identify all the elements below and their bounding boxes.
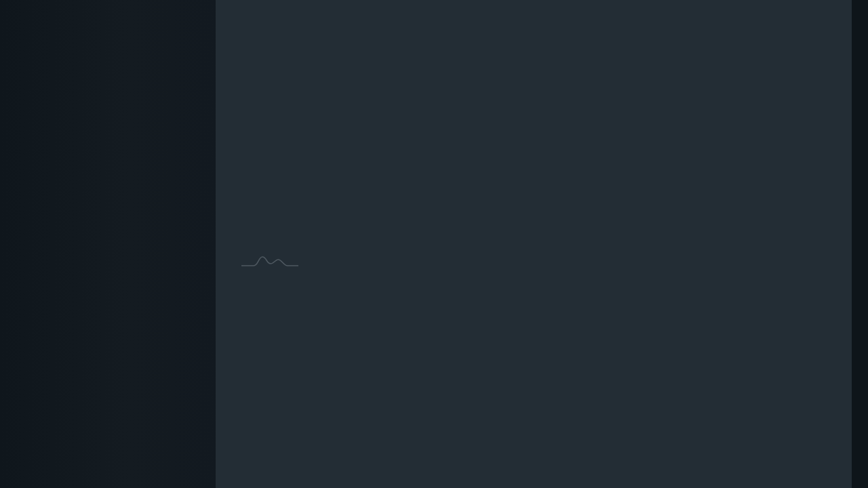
sparkline-doodle-icon	[241, 252, 298, 270]
sidebar	[0, 0, 216, 488]
right-edge-strip	[852, 0, 868, 488]
